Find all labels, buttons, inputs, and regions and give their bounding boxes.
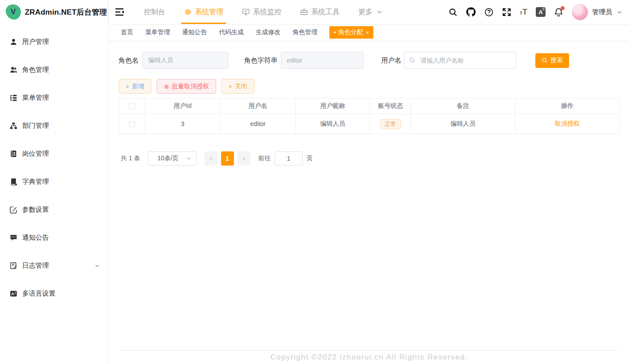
sidebar-item-logs[interactable]: 日志管理	[0, 252, 108, 280]
close-tab-icon[interactable]: ×	[366, 29, 369, 36]
nav-item-label: 控制台	[144, 8, 165, 17]
tab-role-assign-active[interactable]: ● 角色分配 ×	[329, 26, 373, 39]
page-size-select[interactable]: 10条/页	[148, 151, 197, 166]
nav-item-system-management[interactable]: 系统管理	[174, 0, 233, 24]
sidebar-item-label: 通知公告	[22, 233, 49, 242]
search-icon	[542, 57, 548, 63]
circle-close-icon: ⊗	[164, 83, 169, 90]
nav-item-label: 更多	[358, 8, 372, 17]
sidebar-item-label: 角色管理	[22, 66, 49, 74]
tags-view-bar: 首页 菜单管理 通知公告 代码生成 生成修改 角色管理 ● 角色分配 ×	[109, 24, 629, 41]
batch-revoke-button[interactable]: ⊗ 批量取消授权	[157, 79, 216, 94]
filter-form: 角色名 角色字符串 用户名 搜索	[119, 52, 620, 69]
sidebar-item-i18n[interactable]: A文 多语言设置	[0, 280, 108, 308]
sidebar-item-departments[interactable]: 部门管理	[0, 112, 108, 140]
font-size-icon[interactable]: тT	[520, 8, 527, 16]
cell-actions: 取消授权	[515, 114, 620, 134]
sidebar-collapse-icon[interactable]	[114, 7, 125, 17]
nav-item-label: 系统管理	[195, 8, 223, 17]
top-navigation: 控制台 系统管理 系统监控 系统工具 更多	[135, 0, 393, 24]
dictionary-book-icon	[10, 178, 17, 186]
page-number-button[interactable]: 1	[221, 151, 234, 166]
user-name-label: 用户名	[381, 56, 401, 65]
user-menu[interactable]: 管理员	[572, 4, 623, 20]
col-actions: 操作	[515, 99, 620, 114]
role-key-label: 角色字符串	[244, 56, 277, 65]
sidebar-item-label: 用户管理	[22, 38, 49, 46]
app-logo-row[interactable]: V ZRAdmin.NET后台管理	[0, 0, 108, 24]
toolbox-icon	[300, 8, 308, 16]
nav-item-dashboard[interactable]: 控制台	[135, 0, 174, 24]
close-icon: ×	[229, 83, 232, 90]
notification-badge	[561, 6, 565, 10]
chevron-down-icon	[94, 263, 100, 269]
app-title: ZRAdmin.NET后台管理	[25, 7, 107, 17]
select-all-header	[119, 99, 145, 114]
cell-remark: 编辑人员	[411, 114, 515, 134]
tab-home[interactable]: 首页	[121, 28, 133, 36]
row-checkbox[interactable]	[129, 121, 135, 127]
avatar	[572, 4, 588, 20]
cell-nick-name: 编辑人员	[296, 114, 370, 134]
tab-menu-management[interactable]: 菜单管理	[145, 28, 170, 36]
add-button[interactable]: + 新增	[119, 79, 151, 94]
col-status: 账号状态	[370, 99, 411, 114]
app-logo-icon: V	[6, 4, 21, 20]
select-all-checkbox[interactable]	[129, 103, 135, 110]
tab-role-management[interactable]: 角色管理	[293, 28, 317, 36]
github-icon[interactable]	[466, 7, 476, 17]
close-button[interactable]: × 关闭	[222, 79, 254, 94]
post-book-icon	[10, 150, 17, 158]
sidebar-item-label: 字典管理	[22, 178, 49, 186]
org-chart-icon	[10, 122, 17, 130]
plus-icon: +	[126, 83, 129, 90]
sidebar-item-label: 岗位管理	[22, 150, 49, 158]
prev-page-button[interactable]	[205, 151, 218, 166]
nav-item-system-tools[interactable]: 系统工具	[291, 0, 349, 24]
tab-notice[interactable]: 通知公告	[182, 28, 207, 36]
nav-item-more[interactable]: 更多	[349, 0, 393, 24]
goto-page-input[interactable]	[275, 151, 303, 166]
sidebar-item-label: 菜单管理	[22, 94, 49, 102]
role-name-input[interactable]	[142, 52, 228, 69]
sidebar-item-notices[interactable]: 通知公告	[0, 224, 108, 252]
pagination-total: 共 1 条	[121, 154, 140, 162]
gear-icon	[184, 8, 192, 16]
add-button-label: 新增	[132, 83, 144, 91]
notification-bell-icon[interactable]	[554, 8, 563, 17]
sidebar-item-label: 部门管理	[22, 122, 49, 130]
col-remark: 备注	[411, 99, 515, 114]
search-button-label: 搜索	[550, 56, 563, 64]
fullscreen-icon[interactable]	[502, 8, 511, 17]
sidebar-item-roles[interactable]: 角色管理	[0, 56, 108, 84]
sidebar: V ZRAdmin.NET后台管理 用户管理 角色管理 菜单管理 部门管理 岗位…	[0, 0, 109, 364]
nav-item-label: 系统监控	[253, 8, 281, 17]
language-switch-icon[interactable]: A文	[536, 7, 546, 17]
table-row: 3 editor 编辑人员 正常 编辑人员 取消授权	[119, 114, 620, 134]
col-user-id: 用户Id	[145, 99, 221, 114]
revoke-auth-link[interactable]: 取消授权	[555, 120, 580, 127]
nav-item-system-monitor[interactable]: 系统监控	[233, 0, 291, 24]
user-icon	[10, 38, 17, 46]
status-badge: 正常	[380, 119, 401, 129]
row-select-cell	[119, 114, 145, 134]
users-icon	[10, 66, 17, 74]
sidebar-item-menus[interactable]: 菜单管理	[0, 84, 108, 112]
next-page-button[interactable]	[237, 151, 250, 166]
sidebar-item-posts[interactable]: 岗位管理	[0, 140, 108, 168]
search-icon[interactable]	[448, 8, 458, 17]
col-nick-name: 用户昵称	[296, 99, 370, 114]
role-key-input[interactable]	[281, 52, 364, 69]
tab-gen-edit[interactable]: 生成修改	[256, 28, 281, 36]
sidebar-item-label: 多语言设置	[22, 289, 55, 298]
tab-label: 角色分配	[338, 28, 363, 36]
sidebar-item-users[interactable]: 用户管理	[0, 28, 108, 56]
sidebar-item-dictionary[interactable]: 字典管理	[0, 168, 108, 196]
copyright-text: Copyright ©2022 izhaorui.cn All Rights R…	[270, 353, 468, 362]
help-icon[interactable]	[484, 8, 494, 17]
user-name-input[interactable]	[404, 52, 516, 69]
sidebar-item-parameters[interactable]: 参数设置	[0, 196, 108, 224]
logo-letter: V	[11, 8, 16, 16]
tab-code-gen[interactable]: 代码生成	[219, 28, 244, 36]
search-button[interactable]: 搜索	[535, 53, 569, 68]
